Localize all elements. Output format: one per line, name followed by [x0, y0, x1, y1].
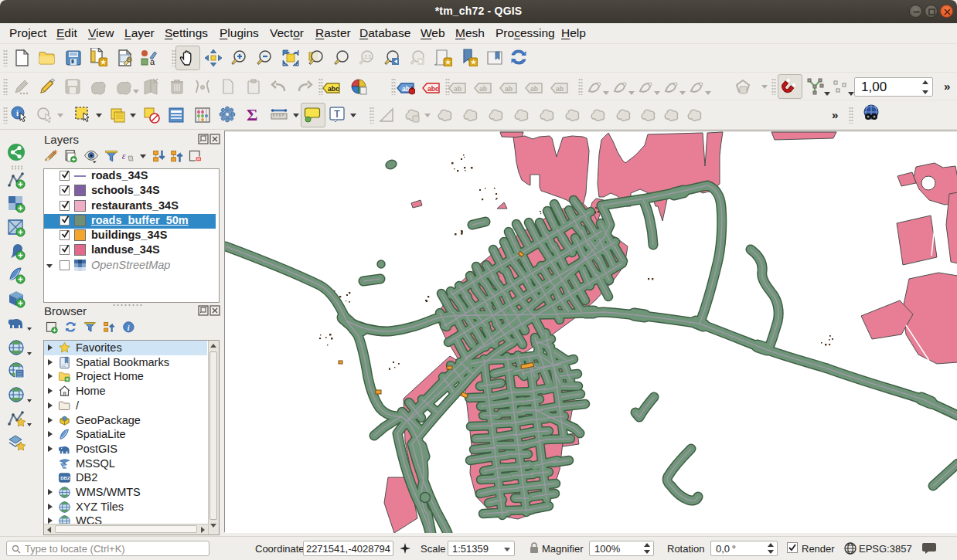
svg-text:abc: abc [328, 85, 339, 93]
svg-text:abc: abc [427, 85, 439, 93]
svg-text:ab: ab [530, 85, 538, 93]
svg-text:ab: ab [556, 85, 564, 93]
svg-text:Σ: Σ [247, 105, 257, 124]
svg-text:ab: ab [454, 85, 461, 93]
svg-text:ab: ab [479, 85, 487, 93]
svg-text:DB2: DB2 [60, 476, 70, 480]
svg-text:ab: ab [505, 85, 513, 93]
svg-text:T: T [334, 108, 340, 120]
svg-text:ab: ab [402, 85, 410, 93]
svg-text:1:1: 1:1 [364, 54, 372, 59]
svg-text:i: i [16, 108, 19, 117]
svg-text:i: i [128, 324, 130, 332]
svg-text:ε: ε [122, 151, 126, 161]
svg-text:a: a [150, 57, 155, 66]
